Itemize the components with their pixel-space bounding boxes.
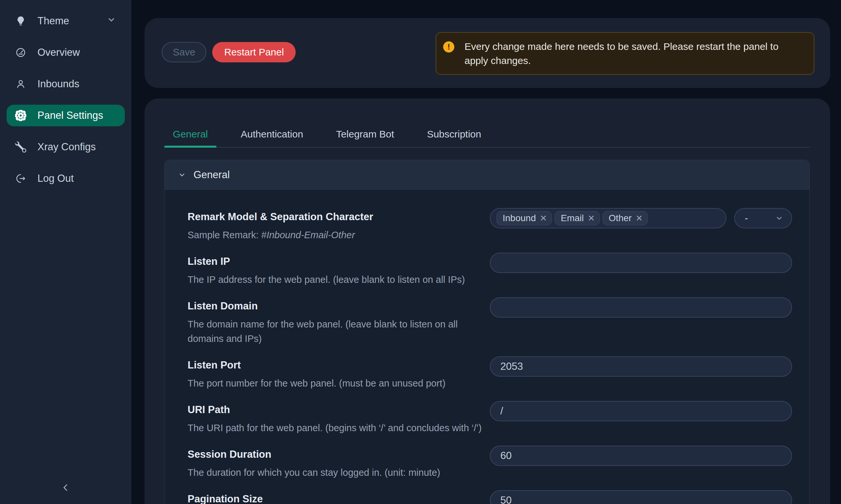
gear-icon xyxy=(15,110,26,121)
field-help: The domain name for the web panel. (leav… xyxy=(188,317,480,346)
sidebar-collapse-button[interactable] xyxy=(0,478,132,498)
listen-ip-input[interactable] xyxy=(490,253,792,273)
general-form: Remark Model & Separation Character Samp… xyxy=(165,190,809,504)
warning-icon: ! xyxy=(443,41,454,53)
sidebar-item-label: Theme xyxy=(37,15,69,27)
field-label: URI Path xyxy=(188,403,480,416)
close-icon[interactable]: ✕ xyxy=(540,214,547,222)
form-row-left: Listen Domain The domain name for the we… xyxy=(188,297,490,346)
logout-icon xyxy=(15,173,26,184)
chevron-left-icon xyxy=(61,482,71,493)
field-help: Sample Remark: #Inbound-Email-Other xyxy=(188,228,480,242)
sidebar-item-theme[interactable]: Theme xyxy=(6,10,125,32)
form-row-control xyxy=(490,297,792,346)
tab-general[interactable]: General xyxy=(164,121,217,147)
listen-port-input[interactable] xyxy=(490,356,792,377)
form-row-left: Listen IP The IP address for the web pan… xyxy=(188,253,490,287)
save-button[interactable]: Save xyxy=(161,42,206,62)
close-icon[interactable]: ✕ xyxy=(636,214,643,222)
remark-tag: Inbound✕ xyxy=(496,211,552,226)
sidebar-item-label: Log Out xyxy=(37,173,73,184)
field-help: The URI path for the web panel. (begins … xyxy=(188,421,480,435)
field-help: The IP address for the web panel. (leave… xyxy=(188,272,480,287)
form-row-listen-ip: Listen IP The IP address for the web pan… xyxy=(188,253,791,287)
form-row-control xyxy=(490,356,792,391)
section-title: General xyxy=(193,169,230,181)
separator-select[interactable]: - xyxy=(734,208,792,228)
form-row-pagination-size: Pagination Size xyxy=(188,490,791,504)
user-icon xyxy=(15,78,26,90)
tag-label: Email xyxy=(561,213,584,223)
tag-label: Other xyxy=(609,213,632,223)
field-label: Session Duration xyxy=(188,448,480,461)
form-row-left: Remark Model & Separation Character Samp… xyxy=(188,208,490,242)
warning-alert-text: Every change made here needs to be saved… xyxy=(464,39,803,68)
form-row-control xyxy=(490,490,792,504)
lightbulb-icon xyxy=(15,15,26,26)
field-label: Listen Port xyxy=(188,359,480,372)
form-row-left: Session Duration The duration for which … xyxy=(188,446,490,480)
restart-panel-button[interactable]: Restart Panel xyxy=(212,42,296,62)
sidebar-item-label: Inbounds xyxy=(37,78,80,90)
remark-tag: Other✕ xyxy=(602,211,648,226)
form-row-control xyxy=(490,401,792,435)
dashboard-icon xyxy=(15,47,26,58)
listen-domain-input[interactable] xyxy=(490,297,792,318)
form-row-control: Inbound✕ Email✕ Other✕ - xyxy=(490,208,792,242)
wrench-icon xyxy=(15,141,26,152)
form-row-uri-path: URI Path The URI path for the web panel.… xyxy=(188,401,791,435)
sample-remark-prefix: Sample Remark: xyxy=(188,230,261,240)
form-row-left: Listen Port The port number for the web … xyxy=(188,356,490,391)
sidebar-item-label: Xray Configs xyxy=(37,141,96,153)
remark-model-multiselect[interactable]: Inbound✕ Email✕ Other✕ xyxy=(490,208,726,228)
warning-alert: ! Every change made here needs to be sav… xyxy=(435,32,814,75)
general-collapse-panel: General Remark Model & Separation Charac… xyxy=(164,160,810,504)
sidebar-item-overview[interactable]: Overview xyxy=(6,42,125,63)
field-label: Listen Domain xyxy=(188,300,480,312)
settings-card: General Authentication Telegram Bot Subs… xyxy=(144,98,830,504)
settings-tabs: General Authentication Telegram Bot Subs… xyxy=(164,121,810,148)
sidebar-item-panel-settings[interactable]: Panel Settings xyxy=(6,105,125,126)
chevron-down-icon xyxy=(775,214,784,222)
sidebar-nav: Theme Overview Inbounds Panel Settings xyxy=(0,0,132,189)
chevron-down-icon xyxy=(106,15,116,27)
toolbar-card: Save Restart Panel ! Every change made h… xyxy=(144,18,830,88)
uri-path-input[interactable] xyxy=(490,401,792,421)
form-row-remark-model: Remark Model & Separation Character Samp… xyxy=(188,208,791,242)
form-row-control xyxy=(490,253,792,287)
sidebar-item-logout[interactable]: Log Out xyxy=(6,168,125,189)
tab-subscription[interactable]: Subscription xyxy=(418,121,490,147)
tab-telegram-bot[interactable]: Telegram Bot xyxy=(328,121,403,147)
main-content: Save Restart Panel ! Every change made h… xyxy=(132,0,841,504)
form-row-control xyxy=(490,446,792,480)
form-row-listen-domain: Listen Domain The domain name for the we… xyxy=(188,297,791,346)
general-collapse-header[interactable]: General xyxy=(165,160,809,190)
field-help: The port number for the web panel. (must… xyxy=(188,376,480,391)
field-help: The duration for which you can stay logg… xyxy=(188,465,480,480)
remark-tag: Email✕ xyxy=(554,211,600,226)
tag-label: Inbound xyxy=(503,213,536,223)
field-label: Listen IP xyxy=(188,255,480,268)
form-row-listen-port: Listen Port The port number for the web … xyxy=(188,356,791,391)
form-row-left: URI Path The URI path for the web panel.… xyxy=(188,401,490,435)
sidebar: Theme Overview Inbounds Panel Settings xyxy=(0,0,132,504)
tab-authentication[interactable]: Authentication xyxy=(232,121,312,147)
session-duration-input[interactable] xyxy=(490,446,792,466)
pagination-size-input[interactable] xyxy=(490,490,792,504)
separator-value: - xyxy=(745,213,748,224)
sidebar-item-xray-configs[interactable]: Xray Configs xyxy=(6,136,125,158)
form-row-session-duration: Session Duration The duration for which … xyxy=(188,446,791,480)
toolbar-buttons: Save Restart Panel xyxy=(161,42,296,62)
sidebar-item-inbounds[interactable]: Inbounds xyxy=(6,73,125,95)
form-row-left: Pagination Size xyxy=(188,490,490,504)
chevron-down-icon xyxy=(178,170,186,179)
sample-remark-value: #Inbound-Email-Other xyxy=(261,230,355,240)
close-icon[interactable]: ✕ xyxy=(588,214,595,222)
sidebar-item-label: Panel Settings xyxy=(37,110,103,121)
field-label: Pagination Size xyxy=(188,493,480,504)
field-label: Remark Model & Separation Character xyxy=(188,211,480,223)
sidebar-item-label: Overview xyxy=(37,47,80,58)
